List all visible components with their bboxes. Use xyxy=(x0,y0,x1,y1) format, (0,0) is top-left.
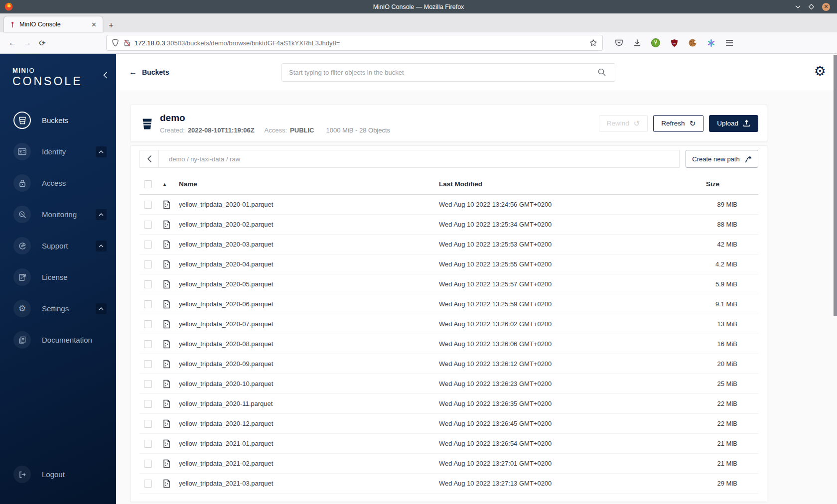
object-size: 25 MiB xyxy=(659,380,758,387)
table-row[interactable]: yellow_tripdata_2021-02.parquet Wed Aug … xyxy=(140,454,758,474)
insecure-lock-icon[interactable] xyxy=(124,39,131,47)
url-text[interactable]: 172.18.0.3:30503/buckets/demo/browse/bnk… xyxy=(135,39,585,47)
privacy-badger-icon[interactable]: Ⴤ xyxy=(651,38,661,48)
row-checkbox[interactable] xyxy=(144,300,152,308)
window-minimize-icon[interactable] xyxy=(795,5,801,8)
menu-icon[interactable] xyxy=(724,38,734,48)
back-arrow-icon: ← xyxy=(129,68,137,77)
upload-icon xyxy=(743,120,750,127)
table-row[interactable]: yellow_tripdata_2020-04.parquet Wed Aug … xyxy=(140,254,758,274)
sidebar-item-support[interactable]: Support xyxy=(0,230,116,261)
breadcrumb[interactable]: demo / ny-taxi-data / raw xyxy=(169,155,240,163)
url-host: 172.18.0.3 xyxy=(135,39,165,47)
sidebar-item-identity[interactable]: Identity xyxy=(0,136,116,167)
row-checkbox[interactable] xyxy=(144,241,152,249)
object-name: yellow_tripdata_2020-05.parquet xyxy=(179,280,439,288)
settings-gear-icon[interactable]: ⚙ xyxy=(814,65,826,78)
row-checkbox[interactable] xyxy=(144,260,152,268)
table-row[interactable]: yellow_tripdata_2020-03.parquet Wed Aug … xyxy=(140,235,758,254)
row-checkbox[interactable] xyxy=(144,480,152,488)
pocket-icon[interactable] xyxy=(614,38,624,48)
new-tab-button[interactable]: + xyxy=(103,20,119,32)
row-checkbox[interactable] xyxy=(144,440,152,448)
table-row[interactable]: yellow_tripdata_2020-08.parquet Wed Aug … xyxy=(140,334,758,354)
browser-tab-minio-console[interactable]: MinIO Console ✕ xyxy=(4,16,103,32)
download-icon[interactable] xyxy=(632,38,642,48)
sidebar-item-buckets[interactable]: Buckets xyxy=(0,105,116,136)
table-row[interactable]: yellow_tripdata_2020-11.parquet Wed Aug … xyxy=(140,394,758,414)
tab-close-icon[interactable]: ✕ xyxy=(89,20,99,29)
table-row[interactable]: yellow_tripdata_2020-07.parquet Wed Aug … xyxy=(140,314,758,334)
object-name: yellow_tripdata_2021-02.parquet xyxy=(179,460,439,467)
object-size: 9.1 MiB xyxy=(659,300,758,308)
row-checkbox[interactable] xyxy=(144,320,152,328)
window-maximize-icon[interactable] xyxy=(809,4,814,9)
select-all-checkbox[interactable] xyxy=(144,180,152,188)
row-checkbox[interactable] xyxy=(144,420,152,428)
cookie-icon[interactable] xyxy=(688,38,698,48)
sidebar-item-monitoring[interactable]: Monitoring xyxy=(0,199,116,230)
sidebar-item-documentation[interactable]: Documentation xyxy=(0,324,116,356)
column-header-size[interactable]: Size xyxy=(659,180,758,188)
upload-button[interactable]: Upload xyxy=(709,115,758,132)
window-scrollbar[interactable] xyxy=(834,54,837,504)
sidebar-collapse-icon[interactable] xyxy=(103,72,108,79)
table-row[interactable]: yellow_tripdata_2020-09.parquet Wed Aug … xyxy=(140,354,758,374)
chevron-up-icon[interactable] xyxy=(96,146,107,157)
object-size: 89 MiB xyxy=(659,201,758,208)
object-modified: Wed Aug 10 2022 13:26:45 GMT+0200 xyxy=(439,420,659,427)
row-checkbox[interactable] xyxy=(144,360,152,368)
row-checkbox[interactable] xyxy=(144,340,152,348)
table-row[interactable]: yellow_tripdata_2020-10.parquet Wed Aug … xyxy=(140,374,758,394)
row-checkbox[interactable] xyxy=(144,201,152,209)
forward-button[interactable]: → xyxy=(20,35,35,50)
path-back-button[interactable] xyxy=(140,150,159,167)
row-checkbox[interactable] xyxy=(144,380,152,388)
object-file-icon xyxy=(162,479,179,488)
back-to-buckets-link[interactable]: ← Buckets xyxy=(129,68,169,77)
row-checkbox[interactable] xyxy=(144,460,152,468)
table-row[interactable]: yellow_tripdata_2020-05.parquet Wed Aug … xyxy=(140,274,758,294)
rewind-button[interactable]: Rewind↺ xyxy=(599,115,648,132)
url-bar[interactable]: 172.18.0.3:30503/buckets/demo/browse/bnk… xyxy=(106,35,603,51)
sidebar-item-access[interactable]: Access xyxy=(0,167,116,199)
object-filter-input[interactable] xyxy=(281,63,615,82)
object-size: 20 MiB xyxy=(659,360,758,368)
chevron-up-icon[interactable] xyxy=(96,241,107,252)
container-icon[interactable] xyxy=(706,38,716,48)
tracking-shield-icon[interactable] xyxy=(112,39,119,47)
refresh-button[interactable]: Refresh↻ xyxy=(653,115,703,132)
object-name: yellow_tripdata_2021-01.parquet xyxy=(179,440,439,447)
reload-button[interactable]: ⟳ xyxy=(35,35,50,50)
scrollbar-thumb[interactable] xyxy=(834,55,837,316)
create-new-path-button[interactable]: Create new path xyxy=(686,150,758,168)
column-header-name[interactable]: Name xyxy=(179,180,439,188)
table-row[interactable]: yellow_tripdata_2021-01.parquet Wed Aug … xyxy=(140,434,758,454)
table-row[interactable]: yellow_tripdata_2020-06.parquet Wed Aug … xyxy=(140,294,758,314)
row-checkbox[interactable] xyxy=(144,400,152,408)
chevron-up-icon[interactable] xyxy=(96,209,107,220)
sidebar-item-license[interactable]: License xyxy=(0,261,116,293)
row-checkbox[interactable] xyxy=(144,280,152,288)
sort-ascending-icon[interactable]: ▲ xyxy=(162,182,167,187)
table-row[interactable]: yellow_tripdata_2021-03.parquet Wed Aug … xyxy=(140,474,758,494)
sidebar-item-settings[interactable]: ⚙ Settings xyxy=(0,293,116,324)
row-checkbox[interactable] xyxy=(144,221,152,229)
main-content: ← Buckets ⚙ demo xyxy=(116,54,837,504)
object-modified: Wed Aug 10 2022 13:24:56 GMT+0200 xyxy=(439,201,659,208)
object-size: 5.9 MiB xyxy=(659,280,758,288)
sidebar-item-logout[interactable]: Logout xyxy=(0,459,116,490)
table-row[interactable]: yellow_tripdata_2020-02.parquet Wed Aug … xyxy=(140,215,758,235)
bookmark-star-icon[interactable] xyxy=(589,39,597,47)
chevron-up-icon[interactable] xyxy=(96,303,107,314)
ublock-origin-icon[interactable]: uo xyxy=(669,38,679,48)
logo-min: MIN xyxy=(12,67,26,74)
table-row[interactable]: yellow_tripdata_2020-12.parquet Wed Aug … xyxy=(140,414,758,434)
window-close-icon[interactable]: ✕ xyxy=(822,3,830,11)
column-header-modified[interactable]: Last Modified xyxy=(439,180,659,188)
object-modified: Wed Aug 10 2022 13:26:12 GMT+0200 xyxy=(439,360,659,368)
table-row[interactable]: yellow_tripdata_2020-01.parquet Wed Aug … xyxy=(140,195,758,215)
object-name: yellow_tripdata_2020-07.parquet xyxy=(179,320,439,328)
url-path: :30503/buckets/demo/browse/bnktdGF4aS1kY… xyxy=(165,39,340,47)
back-button[interactable]: ← xyxy=(5,35,20,50)
